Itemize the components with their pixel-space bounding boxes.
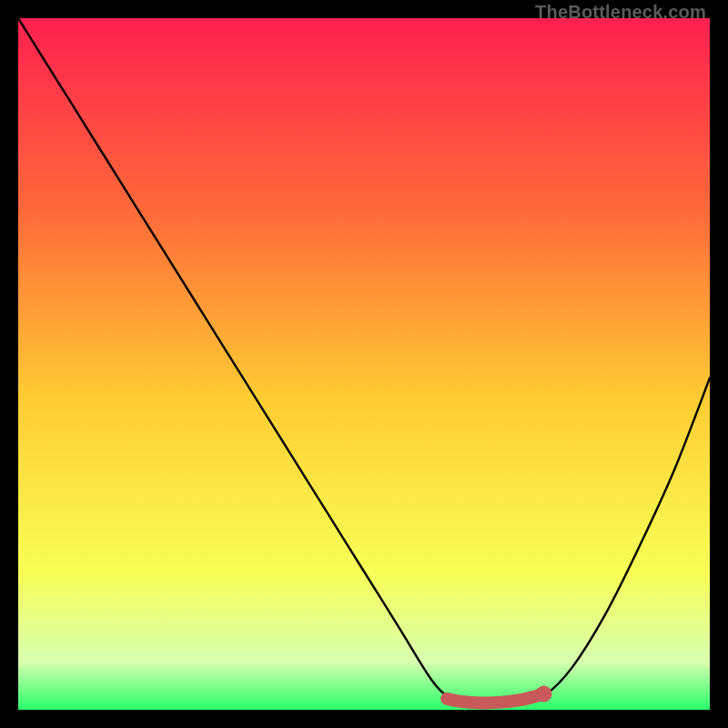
flat-zone-end-dot (536, 686, 552, 703)
curve-layer (18, 18, 710, 710)
plot-area (18, 18, 710, 710)
chart-frame: TheBottleneck.com (0, 0, 728, 728)
flat-zone-marker (447, 694, 543, 703)
bottleneck-curve-path (18, 18, 710, 703)
